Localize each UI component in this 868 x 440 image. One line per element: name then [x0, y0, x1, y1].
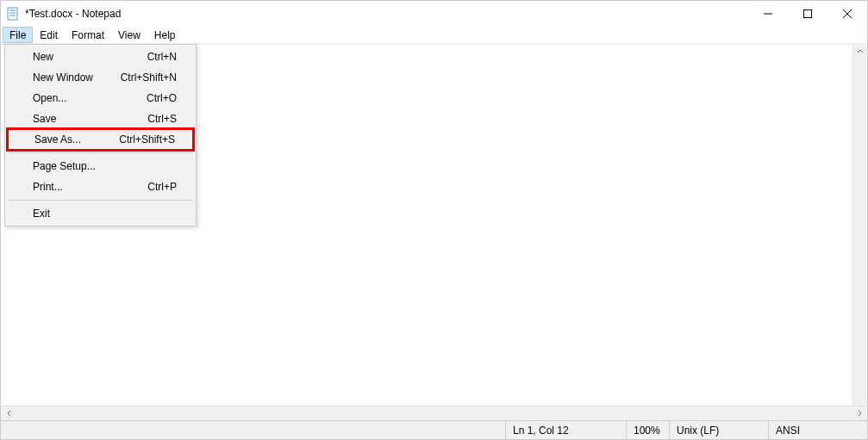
file-menu-open[interactable]: Open... Ctrl+O [7, 88, 194, 108]
status-encoding: ANSI [768, 421, 867, 439]
menu-separator [8, 200, 193, 201]
menu-separator [8, 152, 193, 153]
menu-label: Save As... [34, 133, 81, 146]
window-title: *Test.docx - Notepad [25, 8, 121, 20]
menu-label: Open... [33, 91, 66, 105]
notepad-window: *Test.docx - Notepad File Edit Format Vi… [0, 0, 868, 440]
menu-shortcut: Ctrl+P [147, 180, 177, 194]
menu-shortcut: Ctrl+N [147, 50, 177, 64]
menu-label: Exit [33, 207, 50, 220]
svg-rect-5 [804, 10, 812, 18]
titlebar: *Test.docx - Notepad [1, 1, 867, 27]
statusbar: Ln 1, Col 12 100% Unix (LF) ANSI [1, 420, 867, 439]
file-menu-print[interactable]: Print... Ctrl+P [7, 177, 194, 197]
menubar: File Edit Format View Help [1, 27, 867, 44]
file-menu-save-as-highlight: Save As... Ctrl+Shift+S [6, 127, 195, 152]
notepad-app-icon [6, 7, 20, 21]
file-menu-dropdown: New Ctrl+N New Window Ctrl+Shift+N Open.… [4, 44, 197, 226]
file-menu-new[interactable]: New Ctrl+N [7, 46, 194, 67]
menu-label: Page Setup... [33, 159, 96, 173]
scroll-up-icon[interactable] [854, 45, 867, 58]
vertical-scrollbar[interactable] [852, 45, 867, 406]
menu-view[interactable]: View [111, 27, 147, 43]
file-menu-page-setup[interactable]: Page Setup... [7, 156, 194, 177]
menu-label: Save [33, 112, 56, 126]
maximize-button[interactable] [788, 1, 827, 27]
menu-label: New [33, 50, 53, 64]
menu-help[interactable]: Help [147, 27, 183, 43]
horizontal-scrollbar[interactable] [1, 406, 867, 420]
menu-shortcut: Ctrl+O [147, 91, 177, 105]
status-line-ending: Unix (LF) [669, 421, 768, 439]
file-menu-save-as[interactable]: Save As... Ctrl+Shift+S [9, 130, 192, 149]
menu-shortcut: Ctrl+S [147, 112, 177, 126]
file-menu-save[interactable]: Save Ctrl+S [7, 108, 194, 129]
menu-shortcut: Ctrl+Shift+N [121, 71, 177, 84]
window-controls [748, 1, 867, 27]
menu-shortcut: Ctrl+Shift+S [119, 133, 175, 146]
svg-rect-0 [8, 8, 17, 20]
menu-label: New Window [33, 71, 93, 84]
status-cursor-position: Ln 1, Col 12 [505, 421, 626, 439]
file-menu-new-window[interactable]: New Window Ctrl+Shift+N [7, 67, 194, 88]
file-menu-exit[interactable]: Exit [7, 203, 194, 224]
menu-edit[interactable]: Edit [33, 27, 65, 43]
status-zoom: 100% [626, 421, 669, 439]
minimize-button[interactable] [748, 1, 788, 27]
scroll-left-icon[interactable] [3, 407, 16, 420]
close-button[interactable] [827, 1, 867, 27]
menu-label: Print... [33, 180, 63, 194]
scroll-right-icon[interactable] [852, 407, 865, 420]
menu-format[interactable]: Format [65, 27, 111, 43]
menu-file[interactable]: File [3, 27, 33, 43]
